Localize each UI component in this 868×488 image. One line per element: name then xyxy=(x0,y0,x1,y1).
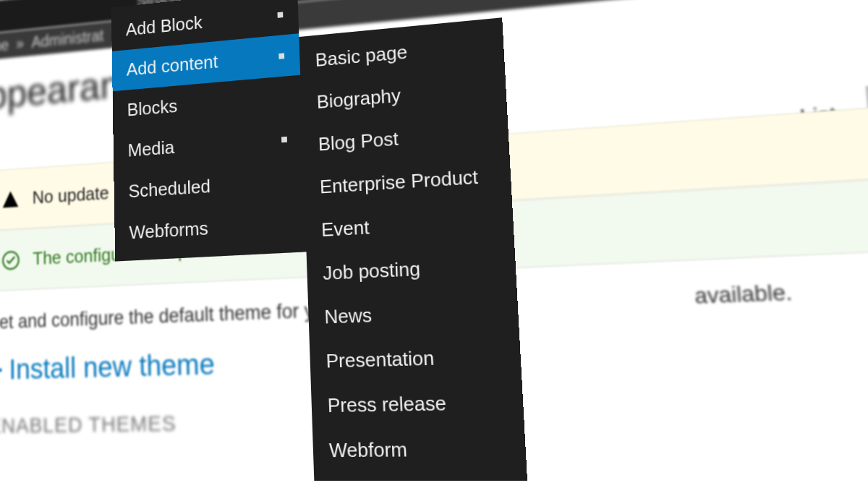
submenu-item-press-release[interactable]: Press release xyxy=(311,379,524,428)
menu-primary: Add BlockAdd contentBlocksMediaScheduled… xyxy=(111,0,307,262)
submenu-item-label: Press release xyxy=(327,392,446,418)
submenu-item-label: Event xyxy=(321,216,370,241)
submenu-item-news[interactable]: News xyxy=(308,288,519,340)
breadcrumb-part[interactable]: Administrat xyxy=(31,26,103,51)
submenu-item-label: Enterprise Product xyxy=(320,166,479,198)
menu-item-label: Scheduled xyxy=(128,176,210,202)
plus-icon: + xyxy=(0,354,3,386)
submenu-item-label: Webform xyxy=(329,438,408,463)
dropdown-menu: Add BlockAdd contentBlocksMediaScheduled… xyxy=(111,0,527,481)
submenu-indicator-icon xyxy=(277,12,283,17)
warning-icon xyxy=(0,189,21,210)
submenu-item-presentation[interactable]: Presentation xyxy=(310,333,522,384)
submenu-item-job-posting[interactable]: Job posting xyxy=(307,242,517,296)
menu-item-label: Add content xyxy=(127,51,218,80)
submenu-item-webform[interactable]: Webform xyxy=(312,426,527,474)
submenu-item-label: News xyxy=(324,304,373,328)
breadcrumb-part[interactable]: ne xyxy=(0,36,9,56)
menu-item-label: Blocks xyxy=(127,95,177,121)
submenu-indicator-icon xyxy=(278,53,284,59)
menu-item-label: Webforms xyxy=(129,218,208,244)
warning-text: No update xyxy=(33,182,109,208)
submenu-indicator-icon xyxy=(281,136,287,142)
menu-secondary: Basic pageBiographyBlog PostEnterprise P… xyxy=(299,17,527,481)
menu-item-label: Media xyxy=(127,137,174,162)
check-icon xyxy=(0,249,22,271)
desc-tail: available. xyxy=(694,281,793,309)
submenu-item-label: Presentation xyxy=(326,346,435,373)
menu-item-label: Add Block xyxy=(126,12,203,40)
submenu-item-label: Basic page xyxy=(315,41,407,72)
submenu-item-label: Biography xyxy=(316,85,401,114)
submenu-item-label: Job posting xyxy=(323,257,421,285)
breadcrumb-separator: » xyxy=(16,35,24,53)
submenu-item-label: Blog Post xyxy=(318,127,399,155)
